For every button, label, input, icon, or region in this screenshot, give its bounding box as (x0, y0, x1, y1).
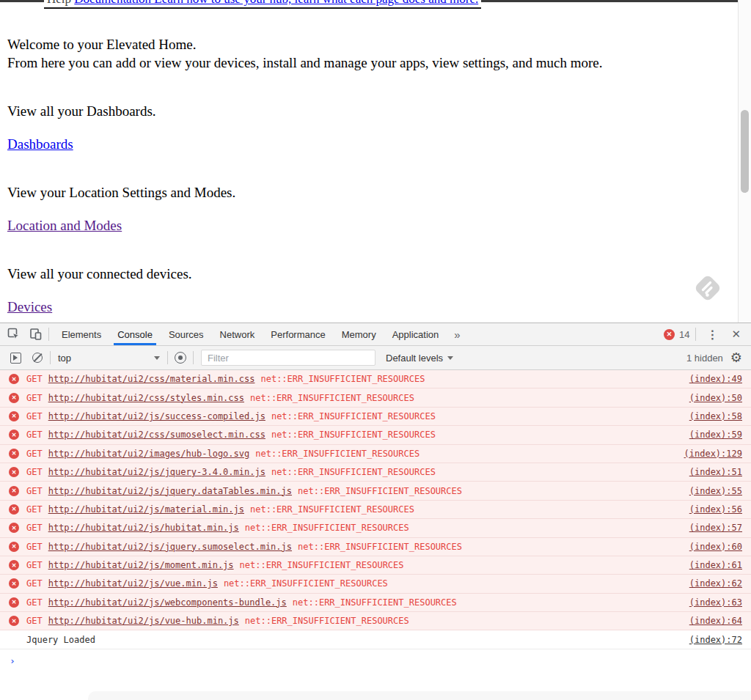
source-location-link[interactable]: (index):63 (689, 597, 742, 608)
dashboards-link[interactable]: Dashboards (7, 136, 73, 152)
error-circle-icon: ✕ (9, 523, 19, 533)
error-message: net::ERR_INSUFFICIENT_RESOURCES (245, 523, 409, 533)
request-method: GET (26, 616, 43, 626)
feedly-extension-icon[interactable] (692, 272, 724, 304)
console-error-row: ✕ GET http://hubitat/ui2/js/jquery.sumos… (0, 538, 751, 556)
request-url-link[interactable]: http://hubitat/ui2/js/hubitat.min.js (48, 523, 239, 533)
tab-console[interactable]: Console (109, 323, 161, 345)
tab-sources[interactable]: Sources (161, 323, 212, 345)
error-message: net::ERR_INSUFFICIENT_RESOURCES (224, 578, 388, 589)
error-message: net::ERR_INSUFFICIENT_RESOURCES (250, 393, 414, 403)
source-location-link[interactable]: (index):57 (689, 523, 742, 533)
toolbar-divider (50, 351, 51, 364)
request-url-link[interactable]: http://hubitat/ui2/js/material.min.js (48, 504, 244, 515)
tab-performance[interactable]: Performance (263, 323, 333, 345)
error-circle-icon: ✕ (9, 560, 19, 570)
error-circle-icon: ✕ (9, 411, 19, 421)
error-message: net::ERR_INSUFFICIENT_RESOURCES (260, 374, 425, 384)
tab-application[interactable]: Application (384, 323, 447, 345)
request-url-link[interactable]: http://hubitat/ui2/js/success-compiled.j… (48, 411, 265, 421)
console-error-row: ✕ GET http://hubitat/ui2/js/jquery.dataT… (0, 482, 751, 500)
request-method: GET (26, 467, 43, 477)
tab-bar-right-controls: ✕ 14 ⋮ ✕ (664, 328, 751, 342)
close-devtools-icon[interactable]: ✕ (727, 328, 745, 341)
request-method: GET (26, 504, 43, 515)
source-location-link[interactable]: (index):60 (689, 542, 742, 552)
request-url-link[interactable]: http://hubitat/ui2/css/material.min.css (48, 374, 255, 384)
device-toolbar-icon[interactable] (25, 325, 47, 344)
request-url-link[interactable]: http://hubitat/ui2/js/webcomponents-bund… (48, 597, 287, 608)
request-url-link[interactable]: http://hubitat/ui2/js/jquery.dataTables.… (48, 486, 292, 496)
location-description: View your Location Settings and Modes. (7, 185, 235, 201)
settings-gear-icon[interactable]: ⚙ (730, 351, 742, 364)
request-method: GET (26, 597, 43, 608)
log-message: Jquery Loaded (26, 635, 95, 645)
more-tabs-chevrons-icon[interactable]: » (447, 328, 467, 341)
console-error-row: ✕ GET http://hubitat/ui2/images/hub-logo… (0, 445, 751, 463)
log-levels-dropdown[interactable]: Default levels (381, 353, 458, 364)
toolbar-divider (167, 351, 168, 364)
source-location-link[interactable]: (index):50 (689, 393, 742, 403)
request-method: GET (26, 374, 43, 384)
request-url-link[interactable]: http://hubitat/ui2/js/moment.min.js (48, 560, 234, 570)
error-circle-icon: ✕ (9, 430, 19, 440)
error-message: net::ERR_INSUFFICIENT_RESOURCES (245, 616, 409, 626)
toolbar-divider (48, 328, 49, 341)
source-location-link[interactable]: (index):61 (689, 560, 742, 570)
source-location-link[interactable]: (index):64 (689, 616, 742, 626)
request-url-link[interactable]: http://hubitat/ui2/css/styles.min.css (48, 393, 244, 403)
error-message: net::ERR_INSUFFICIENT_RESOURCES (271, 430, 436, 440)
clear-console-icon[interactable] (26, 348, 48, 367)
request-url-link[interactable]: http://hubitat/ui2/js/vue-hub.min.js (48, 616, 239, 626)
console-log-row: Jquery Loaded (index):72 (0, 630, 751, 649)
request-url-link[interactable]: http://hubitat/ui2/js/vue.min.js (48, 578, 218, 589)
console-message-list: ✕ GET http://hubitat/ui2/css/material.mi… (0, 370, 751, 649)
context-selector-dropdown[interactable]: top (52, 348, 166, 367)
page-scrollbar-thumb[interactable] (741, 110, 749, 193)
error-message: net::ERR_INSUFFICIENT_RESOURCES (240, 560, 404, 570)
inspect-cursor-icon[interactable] (3, 325, 25, 344)
console-error-row: ✕ GET http://hubitat/ui2/js/vue.min.js n… (0, 575, 751, 593)
source-location-link[interactable]: (index):49 (689, 374, 742, 384)
error-message: net::ERR_INSUFFICIENT_RESOURCES (271, 467, 436, 477)
devices-link[interactable]: Devices (7, 299, 52, 314)
help-documentation-line: Help Documentation Learn how to use your… (44, 0, 481, 9)
tab-memory[interactable]: Memory (334, 323, 384, 345)
kebab-menu-icon[interactable]: ⋮ (702, 328, 722, 342)
request-url-link[interactable]: http://hubitat/ui2/js/jquery.sumoselect.… (48, 542, 292, 552)
prompt-chevron-icon: › (10, 655, 15, 666)
source-location-link[interactable]: (index):51 (689, 467, 742, 477)
location-and-modes-link[interactable]: Location and Modes (7, 218, 122, 233)
request-url-link[interactable]: http://hubitat/ui2/images/hub-logo.svg (48, 449, 250, 459)
source-location-link[interactable]: (index):59 (689, 430, 742, 440)
console-error-row: ✕ GET http://hubitat/ui2/css/sumoselect.… (0, 426, 751, 444)
source-location-link[interactable]: (index):58 (689, 411, 742, 421)
request-url-link[interactable]: http://hubitat/ui2/css/sumoselect.min.cs… (48, 430, 265, 440)
source-location-link[interactable]: (index):72 (689, 635, 742, 645)
source-location-link[interactable]: (index):56 (689, 504, 742, 515)
error-circle-icon: ✕ (9, 374, 19, 384)
error-message: net::ERR_INSUFFICIENT_RESOURCES (250, 504, 414, 515)
source-location-link[interactable]: (index):55 (689, 486, 742, 496)
source-location-link[interactable]: (index):129 (684, 449, 742, 459)
tab-network[interactable]: Network (212, 323, 263, 345)
console-error-row: ✕ GET http://hubitat/ui2/js/hubitat.min.… (0, 519, 751, 537)
console-error-row: ✕ GET http://hubitat/ui2/js/success-comp… (0, 408, 751, 426)
documentation-link[interactable]: Documentation Learn how to use your hub,… (74, 0, 478, 6)
error-circle-icon: ✕ (9, 504, 19, 515)
tab-elements[interactable]: Elements (54, 323, 109, 345)
console-prompt[interactable]: › (0, 652, 751, 671)
live-expression-eye-icon[interactable] (169, 348, 191, 367)
request-url-link[interactable]: http://hubitat/ui2/js/jquery-3.4.0.min.j… (48, 467, 265, 477)
console-sidebar-icon[interactable] (4, 348, 26, 367)
devtools-tab-bar: ElementsConsoleSourcesNetworkPerformance… (0, 323, 751, 346)
console-error-row: ✕ GET http://hubitat/ui2/css/material.mi… (0, 370, 751, 388)
error-message: net::ERR_INSUFFICIENT_RESOURCES (293, 597, 457, 608)
source-location-link[interactable]: (index):62 (689, 578, 742, 589)
error-circle-icon: ✕ (9, 616, 19, 626)
error-message: net::ERR_INSUFFICIENT_RESOURCES (255, 449, 420, 459)
request-method: GET (26, 411, 43, 421)
error-circle-icon: ✕ (9, 597, 19, 608)
filter-input[interactable] (201, 350, 376, 366)
request-method: GET (26, 393, 43, 403)
